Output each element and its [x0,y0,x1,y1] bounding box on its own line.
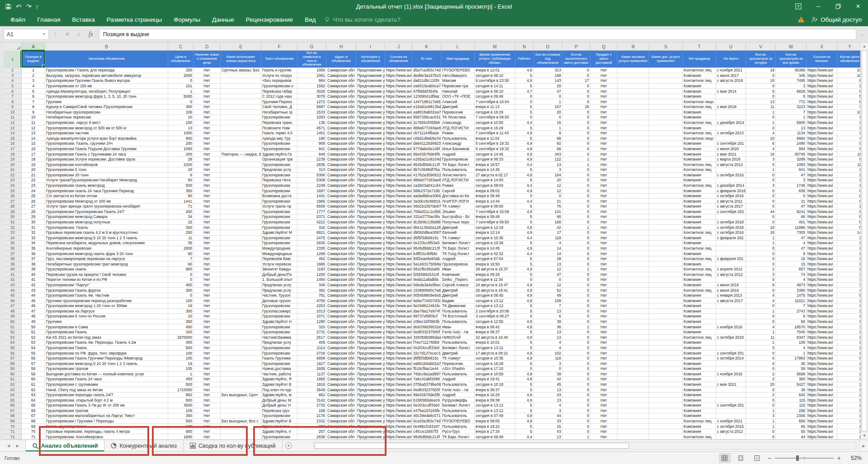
cell[interactable]: Нет [193,408,221,414]
cell[interactable] [221,188,261,194]
cell[interactable]: 6 [533,314,562,319]
cell[interactable]: 6ebe77e507d3c [412,298,441,303]
cell[interactable]: https://www.avi [807,78,837,84]
cell[interactable]: 3223 [776,104,807,110]
cell[interactable]: https://www.avi [807,220,837,225]
cell[interactable]: 0e203ccdf33e0 [412,403,441,408]
cell[interactable]: Компания [683,84,716,89]
cell[interactable]: Грузоперевозки частник [45,131,168,136]
cell[interactable]: 06d1b1057de87 [412,204,441,209]
cell[interactable]: 32c7d127ecec3 [412,350,441,356]
cell[interactable]: 8347 [776,335,807,340]
cell[interactable]: Предложение у [356,78,385,84]
cell[interactable]: https://www.avi [807,84,837,89]
zoom-level-label[interactable]: 52% [845,455,862,461]
cell[interactable]: 68 [533,136,562,142]
cell[interactable]: сегодня в 07:49 [475,413,515,419]
cell[interactable]: 0 [746,319,776,325]
cell[interactable]: 4,9 [515,319,533,325]
cell[interactable]: 2 [746,377,776,382]
cell[interactable]: 4571 [297,125,326,131]
cell[interactable]: 417b2a3590622 [412,173,441,178]
cell[interactable] [618,330,649,335]
cell[interactable]: Нет [590,377,618,382]
row-number-68[interactable]: 68 [4,413,22,419]
cell[interactable]: https://www.avi [385,429,412,435]
cell[interactable] [221,115,261,120]
cell[interactable]: Предложение у [356,89,385,94]
cell[interactable]: https://www.avi [385,157,412,162]
cell[interactable]: 1686 [297,261,326,267]
cell[interactable]: Самарская обл [326,167,356,173]
cell[interactable]: https://www.avi [385,372,412,377]
cell[interactable] [221,309,261,314]
header-cell-X[interactable]: Ссылка на магазин [807,51,837,68]
cell[interactable]: Нет [193,361,221,366]
cell[interactable] [716,319,746,325]
cell[interactable]: https://www.avi [807,120,837,126]
cell[interactable]: 1 [746,330,776,335]
cell[interactable]: 153680690c7a8 [412,288,441,293]
cell[interactable]: 5 [515,303,533,309]
cell[interactable]: Нет [590,152,618,157]
cell[interactable]: https://www.avi [807,387,837,393]
cell[interactable] [649,413,683,419]
undo-icon[interactable]: ↶▾ [14,3,23,10]
cell[interactable]: 53 [22,340,45,346]
cell[interactable]: https://www.avi [385,408,412,414]
cell[interactable]: https://www.avi [807,267,837,272]
cell[interactable]: 7 сентября в 10:04 [475,99,515,104]
cell[interactable]: Компания [683,408,716,414]
cell[interactable]: 5 [515,178,533,183]
cell[interactable]: Самарская обл [326,335,356,340]
cell[interactable]: Нет [193,251,221,256]
cell[interactable] [221,178,261,183]
header-cell-R[interactable]: Какие иксовые услуги применяют [618,51,649,68]
cell[interactable]: Нет [193,220,221,225]
row-number-55[interactable]: 55 [4,346,22,351]
cell[interactable]: 97f95bbf354fa [412,89,441,94]
cell[interactable]: 300 [168,104,193,110]
cell[interactable]: 5 [515,204,533,209]
cell[interactable]: 1137 [297,372,326,377]
cell[interactable]: Предложение у [356,393,385,398]
cell[interactable]: 0 [746,73,776,79]
cell[interactable] [716,167,746,173]
cell[interactable]: Перегон техники из Китая и по РФ [45,277,168,283]
cell[interactable] [618,413,649,419]
cell[interactable] [221,104,261,110]
cell[interactable]: Грузчики [45,99,168,104]
cell[interactable]: сегодня в 14:45 [475,152,515,157]
cell[interactable]: 4,9 [515,267,533,272]
cell[interactable]: 5 [515,73,533,79]
cell[interactable]: Нет [193,293,221,298]
cell[interactable]: 9545d58dc213f [412,162,441,167]
cell[interactable]: Fenix Auto - Ав [441,387,475,393]
cell[interactable]: 13 [533,398,562,403]
cell[interactable] [618,209,649,215]
cell[interactable]: Самарская обл [326,209,356,215]
cell[interactable]: Предложение у [356,330,385,335]
cell[interactable]: 3 [533,167,562,173]
cell[interactable]: Самарская обл [326,141,356,147]
cell[interactable]: 13 [22,131,45,136]
cell[interactable] [649,251,683,256]
cell[interactable]: https://www.avi [807,298,837,303]
cell[interactable]: 1 [746,120,776,126]
header-cell-U[interactable]: На Авито [716,51,746,68]
cell[interactable]: 0 [746,398,776,403]
cell[interactable]: Грузоперевозки [261,303,297,309]
cell[interactable]: Предложение у [356,68,385,73]
cell[interactable]: 4 [776,241,807,246]
column-letter-I[interactable]: I [356,43,385,51]
cell[interactable] [649,188,683,194]
cell[interactable]: Предложение у [356,230,385,236]
row-number-46[interactable]: 46 [4,298,22,303]
cell[interactable]: 250 [168,209,193,215]
cell[interactable]: Нет [590,236,618,241]
cell[interactable]: сегодня в 06:48 [475,434,515,440]
cell[interactable]: Негабаритные перевозки [45,115,168,120]
cell[interactable]: 0 [562,314,590,319]
cell[interactable] [221,84,261,89]
cell[interactable] [716,241,746,246]
